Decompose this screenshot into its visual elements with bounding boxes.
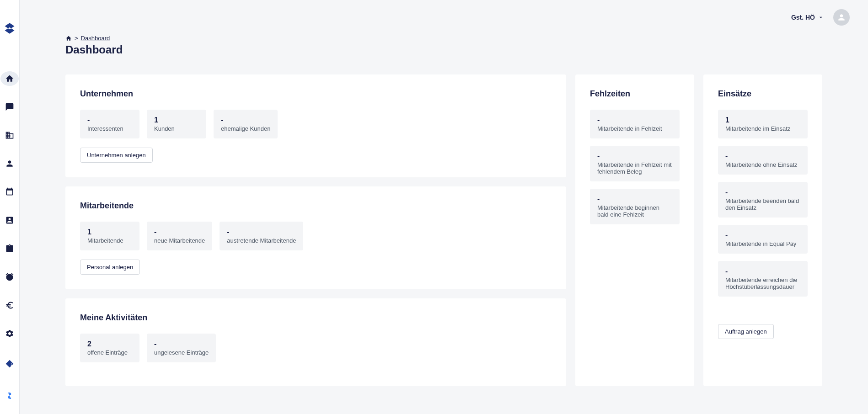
clipboard-icon [5, 244, 14, 253]
stat-label: Kunden [154, 125, 199, 132]
stat-label: Mitarbeitende in Fehlzeit mit fehlendem … [597, 161, 672, 175]
s-icon [5, 391, 14, 400]
sidebar-item-app-1[interactable]: E [0, 355, 19, 373]
stat-tile-beenden-bald[interactable]: - Mitarbeitende beenden bald den Einsatz [718, 182, 808, 218]
stat-label: Mitarbeitende [87, 237, 132, 244]
sidebar-item-companies[interactable] [0, 128, 19, 143]
person-icon [837, 13, 846, 22]
header: Gst. HÖ [20, 0, 868, 35]
stat-tile-equal-pay[interactable]: - Mitarbeitende in Equal Pay [718, 225, 808, 254]
card-fehlzeiten: Fehlzeiten - Mitarbeitende in Fehlzeit -… [575, 74, 694, 386]
stat-tile-mitarbeitende[interactable]: 1 Mitarbeitende [80, 222, 139, 250]
user-label: Gst. HÖ [791, 14, 815, 21]
create-company-button[interactable]: Unternehmen anlegen [80, 148, 153, 163]
create-auftrag-button[interactable]: Auftrag anlegen [718, 324, 774, 339]
card-title: Einsätze [718, 89, 808, 99]
diamond-e-icon: E [5, 359, 14, 368]
card-title: Unternehmen [80, 89, 552, 99]
stat-value: - [87, 116, 132, 124]
stat-label: Mitarbeitende erreichen die Höchstüberla… [725, 276, 800, 290]
stat-value: - [227, 228, 296, 236]
stat-tile-ungelesene[interactable]: - ungelesene Einträge [147, 334, 216, 362]
stat-tile-austretende[interactable]: - austretende Mitarbeitende [220, 222, 303, 250]
stat-value: 1 [725, 116, 800, 124]
breadcrumb-link[interactable]: Dashboard [81, 35, 110, 42]
sidebar-item-home[interactable] [0, 71, 19, 86]
stat-tile-offene[interactable]: 2 offene Einträge [80, 334, 139, 362]
stat-tile-neue[interactable]: - neue Mitarbeitende [147, 222, 212, 250]
stat-tile-interessenten[interactable]: - Interessenten [80, 110, 139, 138]
stat-label: Mitarbeitende in Equal Pay [725, 240, 800, 247]
stat-value: - [154, 340, 209, 348]
logo-icon [3, 22, 16, 35]
stat-value: 1 [87, 228, 132, 236]
stat-label: ehemalige Kunden [221, 125, 270, 132]
stat-tile-einsatz[interactable]: 1 Mitarbeitende im Einsatz [718, 110, 808, 138]
card-title: Fehlzeiten [590, 89, 680, 99]
stat-value: - [725, 231, 800, 239]
sidebar-item-chat[interactable] [0, 100, 19, 114]
chat-icon [5, 102, 14, 111]
stat-tile-fehlzeit-bald[interactable]: - Mitarbeitende beginnen bald eine Fehlz… [590, 189, 680, 224]
stat-label: Mitarbeitende beenden bald den Einsatz [725, 197, 800, 211]
stat-value: - [725, 267, 800, 276]
stat-tile-fehlzeit[interactable]: - Mitarbeitende in Fehlzeit [590, 110, 680, 138]
stat-label: austretende Mitarbeitende [227, 237, 296, 244]
gear-icon [5, 329, 14, 338]
stat-label: neue Mitarbeitende [154, 237, 205, 244]
stat-tile-ehemalige[interactable]: - ehemalige Kunden [214, 110, 278, 138]
sidebar-item-app-2[interactable] [0, 387, 19, 405]
sidebar-item-settings[interactable] [0, 326, 19, 341]
stat-tile-kunden[interactable]: 1 Kunden [147, 110, 206, 138]
sidebar-item-person[interactable] [0, 156, 19, 171]
stat-label: Mitarbeitende ohne Einsatz [725, 161, 800, 168]
person-icon [5, 159, 14, 168]
card-title: Meine Aktivitäten [80, 313, 552, 323]
alarm-icon [5, 272, 14, 281]
sidebar: E [0, 0, 20, 414]
card-unternehmen: Unternehmen - Interessenten 1 Kunden [65, 74, 566, 177]
home-icon[interactable] [65, 35, 72, 42]
stat-label: Mitarbeitende im Einsatz [725, 125, 800, 132]
create-personal-button[interactable]: Personal anlegen [80, 260, 140, 275]
contacts-icon [5, 216, 14, 225]
stat-label: offene Einträge [87, 349, 132, 356]
stat-value: - [725, 152, 800, 160]
stat-value: - [221, 116, 270, 124]
breadcrumb: > Dashboard [65, 35, 822, 42]
stat-value: - [154, 228, 205, 236]
stat-tile-ohne-einsatz[interactable]: - Mitarbeitende ohne Einsatz [718, 146, 808, 175]
stat-label: Interessenten [87, 125, 132, 132]
sidebar-item-contacts[interactable] [0, 213, 19, 228]
stat-label: Mitarbeitende in Fehlzeit [597, 125, 672, 132]
stat-value: 1 [154, 116, 199, 124]
home-icon [5, 74, 14, 83]
sidebar-item-euro[interactable] [0, 298, 19, 313]
stat-value: - [725, 188, 800, 196]
app-logo [3, 22, 16, 35]
card-aktivitaeten: Meine Aktivitäten 2 offene Einträge - un… [65, 298, 566, 386]
breadcrumb-separator: > [75, 35, 78, 42]
svg-text:E: E [11, 362, 14, 366]
stat-value: 2 [87, 340, 132, 348]
chevron-down-icon [818, 14, 824, 21]
card-mitarbeitende: Mitarbeitende 1 Mitarbeitende - neue Mit… [65, 186, 566, 289]
stat-value: - [597, 116, 672, 124]
stat-value: - [597, 152, 672, 160]
stat-tile-hoechstueberlassung[interactable]: - Mitarbeitende erreichen die Höchstüber… [718, 261, 808, 297]
user-dropdown[interactable]: Gst. HÖ [791, 14, 824, 21]
stat-label: ungelesene Einträge [154, 349, 209, 356]
main-content: Gst. HÖ > Dashboard Dashboard Unternehme… [20, 0, 868, 414]
sidebar-item-calendar[interactable] [0, 185, 19, 199]
card-title: Mitarbeitende [80, 201, 552, 211]
avatar[interactable] [833, 9, 850, 26]
euro-icon [5, 301, 14, 310]
page-title: Dashboard [65, 43, 822, 56]
stat-label: Mitarbeitende beginnen bald eine Fehlzei… [597, 204, 672, 218]
stat-value: - [597, 195, 672, 203]
building-icon [5, 131, 14, 140]
sidebar-item-alarm[interactable] [0, 270, 19, 284]
sidebar-item-clipboard[interactable] [0, 241, 19, 256]
card-einsaetze: Einsätze 1 Mitarbeitende im Einsatz - Mi… [703, 74, 822, 386]
stat-tile-fehlzeit-beleg[interactable]: - Mitarbeitende in Fehlzeit mit fehlende… [590, 146, 680, 181]
